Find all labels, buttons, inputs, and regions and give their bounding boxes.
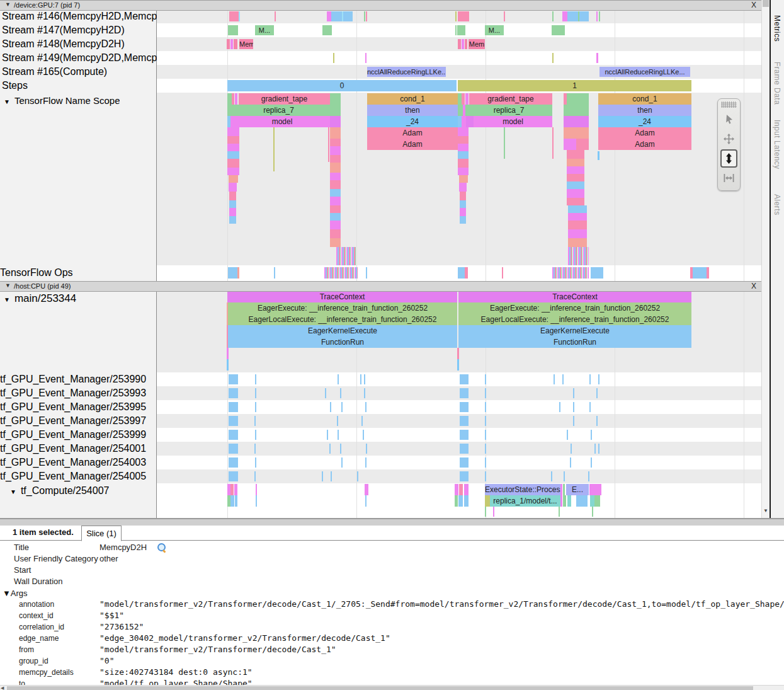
trace-slice[interactable] <box>459 183 467 192</box>
trace-slice[interactable] <box>589 484 601 495</box>
trace-slice[interactable]: EagerExecute: __inference_train_function… <box>228 302 457 314</box>
trace-slice[interactable] <box>343 11 353 21</box>
trace-slice[interactable] <box>330 127 341 139</box>
trace-slice[interactable] <box>465 39 467 49</box>
trace-slice[interactable] <box>230 39 233 49</box>
trace-slice[interactable] <box>229 208 236 216</box>
trace-slice[interactable] <box>592 507 593 517</box>
trace-slice[interactable] <box>559 507 560 517</box>
trace-slice[interactable] <box>707 267 709 279</box>
trace-slice[interactable] <box>237 267 239 279</box>
trace-slice[interactable] <box>460 430 469 440</box>
trace-slice[interactable] <box>462 93 465 105</box>
trace-slice[interactable] <box>460 471 469 481</box>
trace-slice[interactable] <box>589 374 591 384</box>
trace-slice[interactable] <box>568 238 587 247</box>
trace-slice[interactable] <box>567 495 571 507</box>
trace-slice[interactable] <box>588 471 589 481</box>
trace-slice[interactable]: M... <box>255 25 274 35</box>
trace-slice[interactable] <box>485 495 490 507</box>
trace-slice[interactable] <box>598 444 599 454</box>
trace-slice[interactable] <box>328 127 329 162</box>
trace-slice[interactable] <box>554 374 555 384</box>
trace-slice[interactable] <box>567 150 584 159</box>
trace-slice[interactable] <box>493 507 494 517</box>
trace-slice[interactable] <box>333 53 334 63</box>
trace-slice[interactable] <box>485 471 486 481</box>
trace-slice[interactable] <box>567 93 589 105</box>
sidebar-tab-frame-data[interactable]: Frame Data <box>773 62 781 105</box>
trace-slice[interactable] <box>485 457 486 468</box>
trace-slice[interactable] <box>273 127 275 171</box>
trace-slice[interactable] <box>455 25 457 35</box>
trace-slice[interactable] <box>361 416 363 426</box>
trace-slice[interactable] <box>327 11 331 21</box>
trace-slice[interactable] <box>255 430 256 440</box>
track-label[interactable]: ▼tf_Compute/254007 <box>10 484 109 498</box>
trace-slice[interactable] <box>365 402 366 412</box>
trace-slice[interactable] <box>239 11 240 21</box>
trace-slice[interactable] <box>325 388 326 398</box>
trace-slice[interactable] <box>598 151 599 160</box>
trace-slice[interactable] <box>330 173 341 180</box>
trace-slice[interactable] <box>229 183 237 192</box>
trace-slice[interactable] <box>457 348 459 359</box>
trace-slice[interactable] <box>341 402 343 412</box>
trace-slice[interactable] <box>552 53 554 63</box>
trace-slice[interactable] <box>460 374 469 384</box>
trace-slice[interactable] <box>589 402 591 412</box>
trace-slice[interactable] <box>563 484 565 495</box>
trace-slice[interactable] <box>234 39 237 49</box>
trace-slice[interactable] <box>460 388 469 398</box>
trace-slice[interactable] <box>227 159 239 168</box>
trace-slice[interactable] <box>455 484 458 495</box>
trace-slice[interactable] <box>596 11 598 21</box>
trace-slice[interactable] <box>229 388 238 398</box>
trace-slice[interactable] <box>579 11 589 21</box>
zoom-tool-button[interactable] <box>720 149 737 168</box>
trace-slice[interactable] <box>327 430 328 440</box>
horizontal-scrollbar-thumb[interactable] <box>7 686 753 690</box>
trace-slice[interactable] <box>459 484 463 495</box>
trace-slice[interactable] <box>599 11 600 21</box>
scroll-down-arrow-icon[interactable]: ▼ <box>763 508 769 514</box>
trace-slice[interactable] <box>330 402 331 412</box>
trace-slice[interactable] <box>552 11 554 21</box>
trace-slice[interactable] <box>568 221 587 229</box>
trace-slice[interactable] <box>485 430 486 440</box>
trace-slice[interactable] <box>330 139 341 146</box>
trace-slice[interactable] <box>564 139 576 150</box>
trace-slice[interactable] <box>551 471 552 481</box>
trace-slice[interactable] <box>255 402 256 412</box>
trace-slice[interactable] <box>322 471 323 481</box>
trace-slice[interactable] <box>255 388 256 398</box>
trace-slice[interactable] <box>458 105 463 116</box>
trace-slice[interactable] <box>596 416 598 426</box>
trace-slice[interactable] <box>274 267 275 279</box>
trace-slice[interactable] <box>552 25 565 35</box>
trace-slice[interactable] <box>230 484 234 495</box>
trace-slice[interactable] <box>458 495 463 507</box>
tab-slice[interactable]: Slice (1) <box>81 526 122 541</box>
trace-slice[interactable]: replica_7 <box>227 105 330 116</box>
trace-slice[interactable] <box>465 267 468 279</box>
magnifier-icon[interactable] <box>157 543 166 552</box>
trace-slice[interactable] <box>567 11 578 21</box>
trace-slice[interactable] <box>460 402 469 412</box>
trace-slice[interactable] <box>458 159 469 168</box>
trace-slice[interactable] <box>485 444 486 454</box>
trace-slice[interactable] <box>571 444 572 454</box>
palette-drag-handle[interactable] <box>721 101 737 108</box>
trace-slice[interactable] <box>229 200 236 208</box>
trace-slice[interactable] <box>567 198 584 205</box>
trace-slice[interactable] <box>254 444 256 454</box>
trace-slice[interactable] <box>340 444 341 454</box>
trace-slice[interactable] <box>596 388 598 398</box>
trace-slice[interactable] <box>458 11 469 21</box>
trace-slice[interactable] <box>229 11 239 21</box>
trace-slice[interactable] <box>230 495 234 507</box>
trace-slice[interactable] <box>330 189 341 197</box>
trace-slice[interactable] <box>594 495 600 507</box>
trace-slice[interactable]: _24 <box>598 116 691 127</box>
trace-slice[interactable] <box>567 189 584 198</box>
